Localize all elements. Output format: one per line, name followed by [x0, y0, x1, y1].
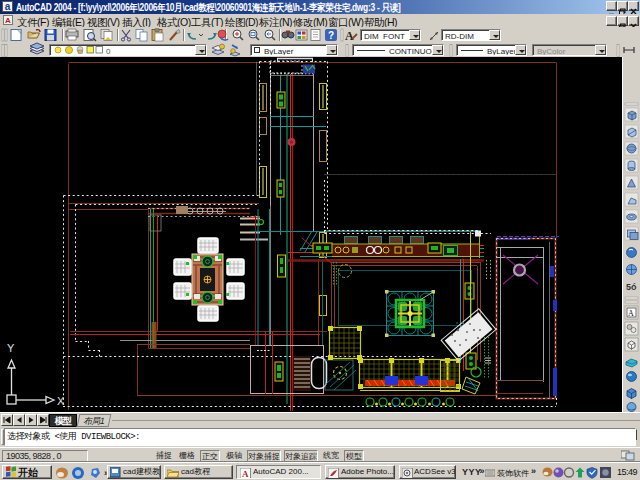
svg-text:?: ?: [328, 30, 334, 41]
svg-text:A: A: [242, 469, 249, 479]
svg-text:X: X: [57, 395, 65, 407]
svg-text:A: A: [628, 309, 634, 318]
svg-text:Y: Y: [7, 342, 15, 354]
svg-text:5ó: 5ó: [626, 282, 637, 292]
svg-text:A: A: [345, 29, 354, 43]
